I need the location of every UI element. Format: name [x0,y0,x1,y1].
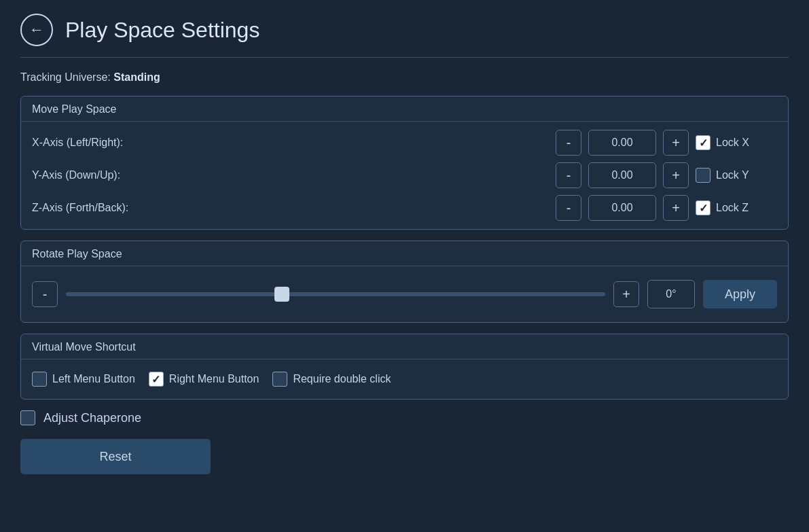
y-axis-row: Y-Axis (Down/Up): - + Lock Y [32,162,777,188]
require-double-click-label: Require double click [293,373,391,385]
x-lock-container[interactable]: Lock X [696,135,777,150]
virtual-move-shortcut-title: Virtual Move Shortcut [21,334,788,359]
x-axis-plus-button[interactable]: + [663,130,689,156]
move-play-space-content: X-Axis (Left/Right): - + Lock X Y-Axis (… [21,122,788,229]
rotate-play-space-title: Rotate Play Space [21,241,788,266]
x-axis-row: X-Axis (Left/Right): - + Lock X [32,130,777,156]
back-button[interactable]: ← [20,14,53,46]
rotate-play-space-section: Rotate Play Space - + Apply [20,241,789,323]
shortcut-row: Left Menu Button Right Menu Button Requi… [32,368,777,391]
y-lock-label: Lock Y [716,169,749,181]
adjust-chaperone-label: Adjust Chaperone [43,411,141,425]
require-double-click-item[interactable]: Require double click [272,372,391,387]
z-axis-input[interactable] [588,195,656,221]
x-lock-label: Lock X [716,137,749,149]
tracking-value: Standing [113,71,160,83]
y-axis-label: Y-Axis (Down/Up): [32,169,181,181]
adjust-chaperone-container[interactable]: Adjust Chaperone [20,410,789,425]
move-play-space-title: Move Play Space [21,96,788,122]
y-axis-input[interactable] [588,162,656,188]
left-menu-label: Left Menu Button [52,373,135,385]
rotate-plus-button[interactable]: + [613,281,639,307]
right-menu-label: Right Menu Button [169,373,259,385]
back-icon: ← [29,21,44,39]
z-lock-checkbox[interactable] [696,200,711,215]
left-menu-checkbox[interactable] [32,372,47,387]
z-axis-minus-button[interactable]: - [556,195,581,221]
move-play-space-section: Move Play Space X-Axis (Left/Right): - +… [20,96,789,230]
z-axis-plus-button[interactable]: + [663,195,689,221]
tracking-universe: Tracking Universe: Standing [20,71,789,84]
y-axis-minus-button[interactable]: - [556,162,581,188]
rotate-row: - + Apply [32,274,777,314]
x-axis-minus-button[interactable]: - [556,130,581,156]
rotate-minus-button[interactable]: - [32,281,58,307]
header: ← Play Space Settings [20,14,789,58]
right-menu-checkbox[interactable] [149,372,164,387]
rotate-slider-thumb[interactable] [274,287,289,302]
y-axis-plus-button[interactable]: + [663,162,689,188]
adjust-chaperone-checkbox[interactable] [20,410,35,425]
z-axis-row: Z-Axis (Forth/Back): - + Lock Z [32,195,777,221]
y-lock-checkbox[interactable] [696,168,711,183]
x-lock-checkbox[interactable] [696,135,711,150]
virtual-move-shortcut-content: Left Menu Button Right Menu Button Requi… [21,359,788,399]
rotate-slider-track[interactable] [66,292,605,296]
x-axis-input[interactable] [588,130,656,156]
reset-button[interactable]: Reset [20,439,211,474]
require-double-click-checkbox[interactable] [272,372,287,387]
z-lock-container[interactable]: Lock Z [696,200,777,215]
left-menu-button-item[interactable]: Left Menu Button [32,372,135,387]
y-lock-container[interactable]: Lock Y [696,168,777,183]
virtual-move-shortcut-section: Virtual Move Shortcut Left Menu Button R… [20,334,789,400]
rotate-degree-input[interactable] [647,280,695,308]
page-title: Play Space Settings [65,18,259,43]
rotate-play-space-content: - + Apply [21,266,788,322]
apply-button[interactable]: Apply [703,280,777,308]
right-menu-button-item[interactable]: Right Menu Button [149,372,259,387]
x-axis-label: X-Axis (Left/Right): [32,137,181,149]
z-lock-label: Lock Z [716,202,749,214]
z-axis-label: Z-Axis (Forth/Back): [32,202,181,214]
